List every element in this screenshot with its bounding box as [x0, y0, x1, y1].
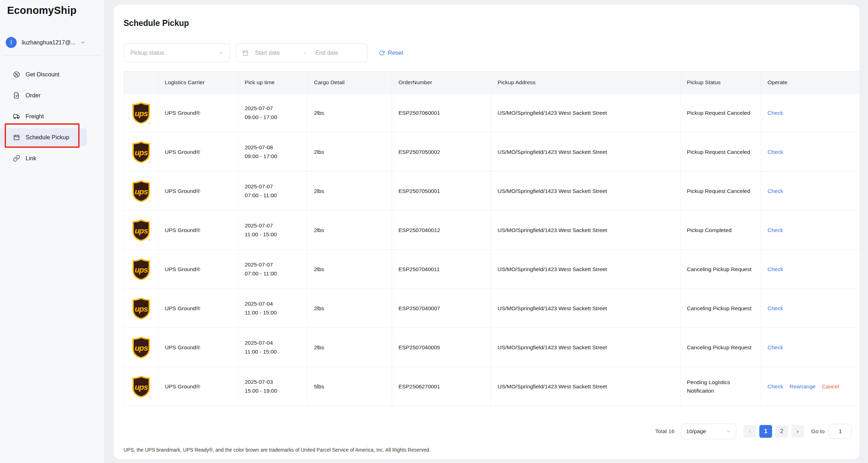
- content-card: Schedule Pickup Pickup status Start date…: [114, 5, 859, 459]
- pickup-date: 2025-07-04: [245, 300, 301, 308]
- start-date-input[interactable]: Start date: [255, 50, 295, 56]
- carrier-name: UPS Ground®: [165, 305, 200, 311]
- user-email: liuzhanghua1217@...: [22, 39, 75, 46]
- pickup-status: Canceling Pickup Request: [687, 304, 752, 312]
- reset-label: Reset: [388, 49, 403, 56]
- table-row: ups® UPS Ground® 2025-07-0707:00 - 11:00…: [124, 250, 860, 289]
- check-link[interactable]: Check: [767, 383, 783, 389]
- svg-text:ups: ups: [135, 383, 148, 392]
- order-number: ESP2507060001: [398, 110, 440, 116]
- app-title: EconomyShip: [7, 5, 77, 16]
- check-link[interactable]: Check: [767, 344, 783, 350]
- page-button-2[interactable]: 2: [775, 425, 788, 438]
- date-range-picker[interactable]: Start date - End date: [235, 43, 368, 62]
- pickup-window: 09:00 - 17:00: [245, 113, 301, 122]
- cargo-detail: 2lbs: [314, 305, 324, 311]
- check-link[interactable]: Check: [767, 110, 783, 116]
- svg-text:®: ®: [148, 200, 150, 203]
- pickup-window: 07:00 - 11:00: [245, 191, 301, 200]
- carrier-name: UPS Ground®: [165, 149, 200, 155]
- sidebar-item-get-discount[interactable]: Get Discount: [0, 65, 87, 83]
- pickup-address: US/MO/Springfield/1423 West Sackett Stre…: [498, 383, 607, 389]
- sidebar-item-link[interactable]: Link: [0, 149, 87, 167]
- order-number: ESP2506270001: [398, 383, 440, 389]
- pickup-address: US/MO/Springfield/1423 West Sackett Stre…: [498, 110, 607, 116]
- goto-page-input[interactable]: [829, 424, 852, 439]
- col-pickup-address: Pickup Address: [491, 71, 680, 93]
- sidebar-divider: [3, 55, 101, 56]
- sidebar-item-label: Get Discount: [26, 71, 59, 78]
- cargo-detail: 2lbs: [314, 110, 324, 116]
- reset-button[interactable]: Reset: [379, 49, 403, 56]
- cargo-detail: 2lbs: [314, 344, 324, 350]
- carrier-name: UPS Ground®: [165, 344, 200, 350]
- sidebar-menu: Get Discount Order Freight Schedule Pick…: [0, 65, 105, 170]
- operate-cell: Check: [761, 211, 860, 250]
- col-order-number: OrderNumber: [392, 71, 491, 93]
- cancel-link[interactable]: Cancel: [822, 383, 839, 389]
- pickup-date: 2025-07-07: [245, 221, 301, 230]
- page-size-select[interactable]: 10/page: [681, 424, 736, 439]
- operate-cell: Check: [761, 172, 860, 211]
- cargo-detail: 2lbs: [314, 266, 324, 272]
- svg-text:ups: ups: [135, 305, 148, 313]
- pickup-date: 2025-07-07: [245, 260, 301, 269]
- col-pickup-status: Pickup Status: [680, 71, 761, 93]
- table-row: ups® UPS Ground® 2025-07-0707:00 - 11:00…: [124, 172, 860, 211]
- col-operate: Operate: [761, 71, 860, 93]
- page-title: Schedule Pickup: [124, 18, 189, 28]
- check-link[interactable]: Check: [767, 305, 783, 311]
- sidebar-item-order[interactable]: Order: [0, 86, 87, 104]
- carrier-name: UPS Ground®: [165, 227, 200, 233]
- pickup-status: Pickup Request Canceled: [687, 187, 750, 195]
- total-count: Total 16: [655, 428, 674, 435]
- order-number: ESP2507040007: [398, 305, 440, 311]
- page-button-1[interactable]: 1: [759, 425, 772, 438]
- pickup-status-select[interactable]: Pickup status: [124, 43, 230, 62]
- operate-cell: Check: [761, 93, 860, 133]
- end-date-input[interactable]: End date: [315, 50, 361, 56]
- ups-logo: ups®: [131, 266, 151, 272]
- pickup-status: Canceling Pickup Request: [687, 265, 752, 273]
- check-link[interactable]: Check: [767, 149, 783, 155]
- operate-cell: Check: [761, 133, 860, 172]
- check-link[interactable]: Check: [767, 227, 783, 233]
- pickup-status-placeholder: Pickup status: [130, 50, 164, 56]
- operate-cell: Check: [761, 289, 860, 328]
- avatar: l: [6, 37, 17, 48]
- next-page-button[interactable]: ›: [791, 425, 804, 438]
- pickup-date: 2025-07-03: [245, 378, 301, 386]
- goto-label: Go to: [811, 428, 825, 435]
- carrier-name: UPS Ground®: [165, 188, 200, 194]
- svg-text:ups: ups: [135, 109, 148, 118]
- svg-text:ups: ups: [135, 148, 148, 157]
- sidebar-item-schedule-pickup[interactable]: Schedule Pickup: [0, 128, 87, 146]
- filter-bar: Pickup status Start date - End date Rese…: [124, 43, 403, 62]
- date-range-separator: -: [295, 50, 315, 56]
- order-number: ESP2507050002: [398, 149, 440, 155]
- sidebar-item-label: Freight: [26, 113, 44, 120]
- pickup-address: US/MO/Springfield/1423 West Sackett Stre…: [498, 305, 607, 311]
- user-account[interactable]: l liuzhanghua1217@...: [6, 37, 86, 48]
- schedule-pickup-icon: [13, 134, 20, 141]
- order-icon: [13, 92, 20, 99]
- operate-cell: Check: [761, 328, 860, 367]
- check-link[interactable]: Check: [767, 188, 783, 194]
- svg-text:®: ®: [148, 356, 150, 359]
- ups-logo: ups®: [131, 188, 151, 194]
- carrier-name: UPS Ground®: [165, 266, 200, 272]
- prev-page-button[interactable]: ‹: [743, 425, 756, 438]
- sidebar-item-freight[interactable]: Freight: [0, 107, 87, 125]
- pickup-table: Logistics Carrier Pick up time Cargo Det…: [124, 71, 860, 406]
- table-header-row: Logistics Carrier Pick up time Cargo Det…: [124, 71, 860, 93]
- svg-text:ups: ups: [135, 226, 148, 235]
- chevron-down-icon: [80, 40, 86, 45]
- ups-logo: ups®: [131, 344, 151, 350]
- pickup-status: Pickup Request Canceled: [687, 109, 750, 117]
- check-link[interactable]: Check: [767, 266, 783, 272]
- pagination: Total 16 10/page ‹ 1 2 › Go to: [655, 424, 852, 439]
- svg-text:®: ®: [148, 239, 150, 242]
- carrier-name: UPS Ground®: [165, 110, 200, 116]
- rearrange-link[interactable]: Rearrange: [790, 383, 815, 389]
- table-row: ups® UPS Ground® 2025-07-0709:00 - 17:00…: [124, 93, 860, 133]
